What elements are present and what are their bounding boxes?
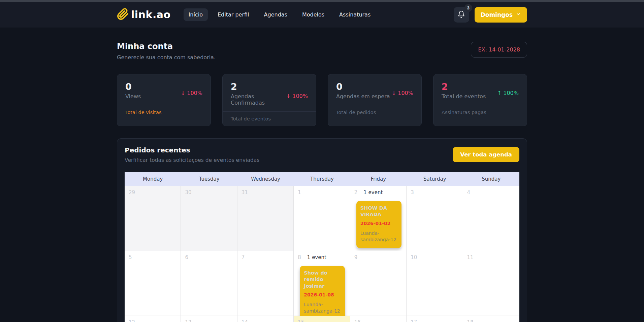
stat-label: Views <box>125 93 141 100</box>
stat-value: 2 <box>442 82 486 92</box>
day-cell-top: 1 <box>298 189 350 195</box>
stat-card-agendas-em-espera: 0Agendas em espera↓ 100%Total de pedidos <box>328 74 422 126</box>
calendar-day-cell[interactable]: 18 <box>463 316 519 322</box>
notifications-button[interactable]: 3 <box>454 7 469 23</box>
stat-trend: ↑ 100% <box>497 90 519 96</box>
day-number: 18 <box>467 319 474 322</box>
stat-card-left: 0Views <box>125 82 141 100</box>
day-number: 6 <box>185 254 188 260</box>
day-number: 8 <box>298 254 301 260</box>
user-menu-button[interactable]: Domingos <box>475 7 527 23</box>
weekday-thursday: Thursday <box>294 172 350 186</box>
day-number: 16 <box>354 319 361 322</box>
day-cell-top: 12 <box>129 319 181 322</box>
stat-card-views: 0Views↓ 100%Total de visitas <box>117 74 211 126</box>
day-cell-top: 21 event <box>354 189 406 195</box>
day-cell-top: 14 <box>242 319 293 322</box>
calendar-day-cell[interactable]: 30 <box>181 186 237 251</box>
day-cell-top: 30 <box>185 189 237 195</box>
stat-footer: Total de visitas <box>117 105 211 119</box>
weekday-saturday: Saturday <box>407 172 463 186</box>
event-card[interactable]: SHOW DA VIRADA2026-01-02Luanda-sambizang… <box>356 201 401 248</box>
calendar-day-cell[interactable]: 14 <box>237 316 294 322</box>
calendar-day-cell[interactable]: 7 <box>237 251 294 316</box>
day-cell-top: 15 <box>298 319 350 322</box>
calendar-day-cell[interactable]: 6 <box>181 251 237 316</box>
calendar-day-cell[interactable]: 15 <box>294 316 350 322</box>
day-cell-top: 3 <box>411 189 462 195</box>
orders-subtitle: Verfificar todas as solicitações de even… <box>125 157 259 163</box>
event-title: SHOW DA VIRADA <box>360 205 397 218</box>
day-number: 1 <box>298 189 301 195</box>
expiry-date-badge: EX: 14-01-2028 <box>471 42 527 58</box>
stat-value: 0 <box>125 82 141 92</box>
calendar: MondayTuesdayWednesdayThursdayFridaySatu… <box>125 172 519 322</box>
account-header: Minha conta Generecie sua conta com sabe… <box>117 42 527 61</box>
day-cell-top: 4 <box>467 189 519 195</box>
stat-card-main: 2Agendas Confirmadas↓ 100% <box>223 74 316 111</box>
nav-item-assinaturas[interactable]: Assinaturas <box>334 8 376 21</box>
event-card[interactable]: Show do remido Josimar2026-01-08Luanda-s… <box>300 266 345 319</box>
stat-trend: ↓ 100% <box>181 90 202 96</box>
calendar-day-cell[interactable]: 16 <box>350 316 407 322</box>
day-cell-top: 10 <box>411 254 462 260</box>
day-cell-top: 18 <box>467 319 519 322</box>
notification-badge: 3 <box>464 4 472 12</box>
calendar-day-cell[interactable]: 10 <box>407 251 463 316</box>
day-number: 30 <box>185 189 191 195</box>
day-number: 29 <box>129 189 135 195</box>
calendar-day-cell[interactable]: 17 <box>407 316 463 322</box>
stat-value: 2 <box>231 82 286 92</box>
calendar-day-cell[interactable]: 9 <box>350 251 407 316</box>
view-all-agenda-button[interactable]: Ver toda agenda <box>453 147 519 162</box>
stat-label: Total de eventos <box>442 93 486 100</box>
calendar-day-cell[interactable]: 31 <box>237 186 294 251</box>
stat-card-main: 2Total de eventos↑ 100% <box>433 74 527 105</box>
calendar-day-cell[interactable]: 13 <box>181 316 237 322</box>
stat-card-main: 0Views↓ 100% <box>117 74 211 105</box>
nav-item-modelos[interactable]: Modelos <box>297 8 329 21</box>
calendar-day-cell[interactable]: 11 <box>463 251 519 316</box>
brand-logo[interactable]: link.ao <box>117 8 171 22</box>
calendar-day-cell[interactable]: 4 <box>463 186 519 251</box>
day-number: 9 <box>354 254 358 260</box>
stat-label: Agendas em espera <box>336 93 390 100</box>
stat-trend: ↓ 100% <box>392 90 413 96</box>
calendar-week-row: 293031121 eventSHOW DA VIRADA2026-01-02L… <box>125 186 519 251</box>
weekday-sunday: Sunday <box>463 172 519 186</box>
day-cell-top: 31 <box>242 189 293 195</box>
paperclip-icon <box>117 8 129 22</box>
day-number: 12 <box>129 319 135 322</box>
calendar-day-cell[interactable]: 21 eventSHOW DA VIRADA2026-01-02Luanda-s… <box>350 186 407 251</box>
day-number: 5 <box>129 254 132 260</box>
main-nav: InícioEditar perfilAgendasModelosAssinat… <box>184 8 376 21</box>
calendar-day-cell[interactable]: 1 <box>294 186 350 251</box>
navbar-actions: 3 Domingos <box>454 7 527 23</box>
day-number: 10 <box>411 254 417 260</box>
user-menu-label: Domingos <box>481 11 513 18</box>
calendar-day-cell[interactable]: 5 <box>125 251 181 316</box>
calendar-day-cell[interactable]: 3 <box>407 186 463 251</box>
nav-item-inicio[interactable]: Início <box>184 8 208 21</box>
weekday-monday: Monday <box>125 172 181 186</box>
nav-item-editar-perfil[interactable]: Editar perfil <box>213 8 254 21</box>
stat-card-left: 0Agendas em espera <box>336 82 390 100</box>
event-title: Show do remido Josimar <box>304 270 341 290</box>
day-number: 11 <box>467 254 474 260</box>
day-cell-top: 6 <box>185 254 237 260</box>
calendar-day-cell[interactable]: 81 eventShow do remido Josimar2026-01-08… <box>294 251 350 316</box>
day-number: 31 <box>242 189 248 195</box>
stat-label: Agendas Confirmadas <box>231 93 286 106</box>
weekday-friday: Friday <box>350 172 407 186</box>
brand-name: link.ao <box>131 9 171 21</box>
weekday-tuesday: Tuesday <box>181 172 237 186</box>
day-cell-top: 13 <box>185 319 237 322</box>
nav-item-agendas[interactable]: Agendas <box>259 8 292 21</box>
calendar-day-cell[interactable]: 29 <box>125 186 181 251</box>
calendar-week-row: 56781 eventShow do remido Josimar2026-01… <box>125 251 519 316</box>
day-number: 4 <box>467 189 471 195</box>
stat-footer: Total de pedidos <box>328 105 421 119</box>
day-cell-top: 17 <box>411 319 462 322</box>
calendar-day-cell[interactable]: 12 <box>125 316 181 322</box>
day-number: 2 <box>354 189 358 195</box>
